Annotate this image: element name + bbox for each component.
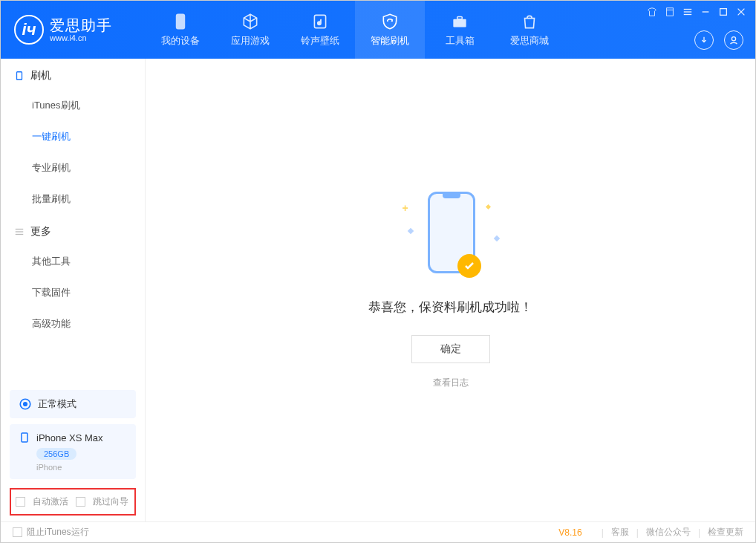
svg-rect-10 — [720, 9, 727, 16]
nav-smart-flash[interactable]: 智能刷机 — [355, 1, 425, 59]
app-title: 爱思助手 — [50, 17, 112, 33]
list-icon — [14, 227, 25, 237]
device-phone-icon — [19, 432, 30, 443]
check-badge-icon — [457, 254, 481, 278]
success-message: 恭喜您，保资料刷机成功啦！ — [368, 299, 532, 316]
close-icon[interactable] — [736, 7, 746, 17]
top-nav: 我的设备 应用游戏 铃声壁纸 智能刷机 工具箱 爱思商城 — [146, 1, 564, 59]
nav-my-device[interactable]: 我的设备 — [146, 1, 215, 59]
skip-guide-checkbox[interactable] — [76, 497, 85, 507]
maximize-icon[interactable] — [718, 7, 729, 17]
svg-rect-2 — [453, 19, 466, 27]
bag-icon — [520, 12, 539, 31]
minimize-icon[interactable] — [700, 7, 711, 17]
app-header: iч 爱思助手 www.i4.cn 我的设备 应用游戏 铃声壁纸 智能刷机 工具… — [1, 1, 755, 59]
sidebar-item-advanced[interactable]: 高级功能 — [32, 308, 145, 339]
ok-button[interactable]: 确定 — [411, 335, 490, 363]
status-bar: 阻止iTunes运行 V8.16 | 客服 | 微信公众号 | 检查更新 — [1, 521, 755, 542]
phone-success-illustration: + — [417, 192, 484, 281]
app-subtitle: www.i4.cn — [50, 33, 112, 42]
nav-toolbox[interactable]: 工具箱 — [425, 1, 495, 59]
account-button[interactable] — [724, 30, 743, 50]
header-actions — [694, 30, 743, 50]
sidebar-item-itunes-flash[interactable]: iTunes刷机 — [32, 90, 145, 121]
phone-icon — [171, 12, 190, 31]
download-icon — [699, 35, 709, 45]
sidebar-section-flash: 刷机 — [1, 59, 145, 90]
cube-icon — [241, 12, 260, 31]
auto-activate-label: 自动激活 — [33, 495, 68, 508]
toolbox-icon — [450, 12, 469, 31]
window-controls — [647, 7, 746, 17]
sidebar-item-oneclick-flash[interactable]: 一键刷机 — [32, 121, 145, 152]
download-button[interactable] — [694, 30, 714, 50]
skip-guide-label: 跳过向导 — [93, 495, 128, 508]
wechat-link[interactable]: 微信公众号 — [646, 526, 691, 539]
svg-rect-4 — [667, 8, 674, 16]
shield-refresh-icon — [380, 12, 400, 31]
svg-rect-14 — [17, 72, 22, 80]
mode-label: 正常模式 — [38, 397, 76, 411]
svg-point-19 — [24, 403, 27, 406]
clipboard-icon[interactable] — [665, 7, 675, 17]
device-card[interactable]: iPhone XS Max 256GB iPhone — [10, 424, 136, 479]
svg-rect-20 — [22, 433, 27, 442]
svg-point-13 — [731, 37, 735, 41]
sidebar: 刷机 iTunes刷机 一键刷机 专业刷机 批量刷机 更多 其他工具 下载固件 … — [1, 59, 146, 521]
nav-store[interactable]: 爱思商城 — [495, 1, 564, 59]
check-update-link[interactable]: 检查更新 — [708, 526, 743, 539]
nav-apps-games[interactable]: 应用游戏 — [215, 1, 285, 59]
device-name: iPhone XS Max — [36, 432, 103, 443]
user-icon — [729, 35, 739, 45]
logo-icon: iч — [14, 15, 44, 45]
nav-ringtone-wallpaper[interactable]: 铃声壁纸 — [285, 1, 355, 59]
view-log-link[interactable]: 查看日志 — [433, 377, 469, 389]
sidebar-item-other-tools[interactable]: 其他工具 — [32, 246, 145, 277]
app-body: 刷机 iTunes刷机 一键刷机 专业刷机 批量刷机 更多 其他工具 下载固件 … — [1, 59, 755, 521]
device-capacity-badge: 256GB — [36, 448, 76, 460]
music-note-icon — [310, 12, 330, 31]
version-label: V8.16 — [558, 527, 581, 538]
sidebar-item-batch-flash[interactable]: 批量刷机 — [32, 183, 145, 215]
block-itunes-checkbox[interactable] — [13, 527, 22, 537]
logo-block: iч 爱思助手 www.i4.cn — [1, 15, 146, 45]
checkmark-icon — [463, 260, 475, 272]
auto-activate-checkbox[interactable] — [16, 497, 25, 507]
phone-small-icon — [14, 71, 25, 81]
support-link[interactable]: 客服 — [611, 526, 629, 539]
shirt-icon[interactable] — [647, 7, 657, 17]
svg-rect-3 — [457, 17, 463, 19]
sidebar-section-more: 更多 — [1, 215, 145, 246]
block-itunes-label: 阻止iTunes运行 — [27, 526, 89, 539]
flash-options-highlighted: 自动激活 跳过向导 — [10, 488, 136, 516]
device-type: iPhone — [36, 463, 127, 472]
svg-rect-0 — [177, 14, 185, 29]
mode-card[interactable]: 正常模式 — [10, 390, 136, 418]
sidebar-item-pro-flash[interactable]: 专业刷机 — [32, 152, 145, 183]
main-content: + 恭喜您，保资料刷机成功啦！ 确定 查看日志 — [146, 59, 755, 521]
menu-icon[interactable] — [682, 7, 693, 17]
sidebar-item-download-firmware[interactable]: 下载固件 — [32, 277, 145, 308]
sync-icon — [19, 397, 32, 411]
